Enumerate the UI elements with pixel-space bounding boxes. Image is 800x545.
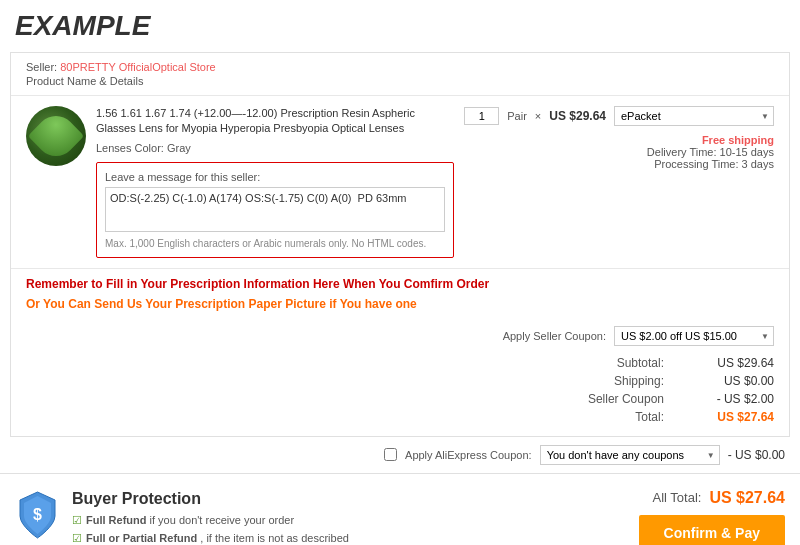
multiply-sign: × — [535, 110, 541, 122]
coupon-select-wrapper[interactable]: US $2.00 off US $15.00 — [614, 326, 774, 346]
coupon-label: Apply Seller Coupon: — [503, 330, 606, 342]
checkmark-icon-1: ☑ — [72, 513, 82, 528]
ali-coupon-select-wrapper[interactable]: You don't have any coupons — [540, 445, 720, 465]
subtotal-row: Subtotal: US $29.64 — [26, 354, 774, 372]
coupon-select[interactable]: US $2.00 off US $15.00 — [614, 326, 774, 346]
protection-item-2: ☑ Full or Partial Refund , if the item i… — [72, 531, 349, 545]
order-summary: Apply Seller Coupon: US $2.00 off US $15… — [11, 316, 789, 436]
all-total-label: All Total: — [652, 490, 701, 505]
product-label: Product Name & Details — [26, 75, 774, 87]
free-shipping: Free shipping — [647, 134, 774, 146]
shipping-row: Shipping: US $0.00 — [26, 372, 774, 390]
processing-time: Processing Time: 3 days — [647, 158, 774, 170]
page-title: EXAMPLE — [15, 10, 785, 42]
message-section: Leave a message for this seller: Max. 1,… — [96, 162, 454, 258]
seller-label: Seller: — [26, 61, 57, 73]
ali-coupon-checkbox[interactable] — [384, 448, 397, 461]
reminder-text-1: Remember to Fill in Your Prescription In… — [26, 277, 774, 291]
total-row: Total: US $27.64 — [26, 408, 774, 426]
shield-icon: $ — [15, 490, 60, 540]
bottom-section: $ Buyer Protection ☑ Full Refund if you … — [0, 473, 800, 545]
product-title: 1.56 1.61 1.67 1.74 (+12.00—-12.00) Pres… — [96, 106, 454, 137]
shipping-method-wrapper[interactable]: ePacket — [614, 106, 774, 126]
subtotal-value: US $29.64 — [684, 356, 774, 370]
unit-label: Pair — [507, 110, 527, 122]
shipping-label: Shipping: — [554, 374, 684, 388]
product-details: 1.56 1.61 1.67 1.74 (+12.00—-12.00) Pres… — [96, 106, 454, 258]
total-confirm: All Total: US $27.64 Confirm & Pay — [605, 489, 785, 545]
seller-info: Seller: 80PRETTY OfficialOptical Store P… — [11, 53, 789, 96]
ali-coupon-value: - US $0.00 — [728, 448, 785, 462]
buyer-protection-title: Buyer Protection — [72, 490, 349, 508]
refund-bold-1: Full Refund — [86, 514, 147, 526]
refund-rest-2: , if the item is not as described — [197, 532, 349, 544]
seller-row: Seller: 80PRETTY OfficialOptical Store — [26, 61, 774, 73]
ali-coupon-row: Apply AliExpress Coupon: You don't have … — [0, 437, 800, 473]
total-value: US $27.64 — [684, 410, 774, 424]
summary-table: Subtotal: US $29.64 Shipping: US $0.00 S… — [26, 354, 774, 426]
buyer-protection: $ Buyer Protection ☑ Full Refund if you … — [15, 490, 590, 545]
delivery-time: Delivery Time: 10-15 days — [647, 146, 774, 158]
page-header: EXAMPLE — [0, 0, 800, 52]
shipping-details: Free shipping Delivery Time: 10-15 days … — [647, 134, 774, 170]
seller-coupon-summary-label: Seller Coupon — [554, 392, 684, 406]
protection-item-1: ☑ Full Refund if you don't receive your … — [72, 513, 349, 528]
seller-coupon-row: Apply Seller Coupon: US $2.00 off US $15… — [26, 326, 774, 346]
product-price: US $29.64 — [549, 109, 606, 123]
main-content: Seller: 80PRETTY OfficialOptical Store P… — [10, 52, 790, 437]
ali-coupon-select[interactable]: You don't have any coupons — [540, 445, 720, 465]
total-label: Total: — [554, 410, 684, 424]
seller-name: 80PRETTY OfficialOptical Store — [60, 61, 216, 73]
message-label: Leave a message for this seller: — [105, 171, 445, 183]
confirm-pay-button[interactable]: Confirm & Pay — [639, 515, 785, 545]
shipping-method-select[interactable]: ePacket — [614, 106, 774, 126]
qty-price-row: Pair × US $29.64 ePacket — [464, 106, 774, 126]
refund-bold-2: Full or Partial Refund — [86, 532, 197, 544]
ali-coupon-label: Apply AliExpress Coupon: — [405, 449, 532, 461]
color-value: Gray — [167, 142, 191, 154]
shipping-value: US $0.00 — [684, 374, 774, 388]
product-image — [26, 106, 86, 166]
seller-coupon-summary-row: Seller Coupon - US $2.00 — [26, 390, 774, 408]
protection-text: Buyer Protection ☑ Full Refund if you do… — [72, 490, 349, 545]
seller-coupon-summary-value: - US $2.00 — [684, 392, 774, 406]
message-textarea[interactable] — [105, 187, 445, 232]
checkmark-icon-2: ☑ — [72, 531, 82, 545]
refund-rest-1: if you don't receive your order — [147, 514, 295, 526]
reminder-text-2: Or You Can Send Us Your Prescription Pap… — [26, 297, 774, 311]
all-total-row: All Total: US $27.64 — [652, 489, 785, 507]
message-hint: Max. 1,000 English characters or Arabic … — [105, 238, 445, 249]
color-label: Lenses Color: — [96, 142, 164, 154]
subtotal-label: Subtotal: — [554, 356, 684, 370]
product-row: 1.56 1.61 1.67 1.74 (+12.00—-12.00) Pres… — [11, 96, 789, 269]
product-color: Lenses Color: Gray — [96, 142, 454, 154]
all-total-value: US $27.64 — [709, 489, 785, 507]
svg-text:$: $ — [33, 506, 42, 523]
reminder-section: Remember to Fill in Your Prescription In… — [11, 269, 789, 316]
quantity-input[interactable] — [464, 107, 499, 125]
